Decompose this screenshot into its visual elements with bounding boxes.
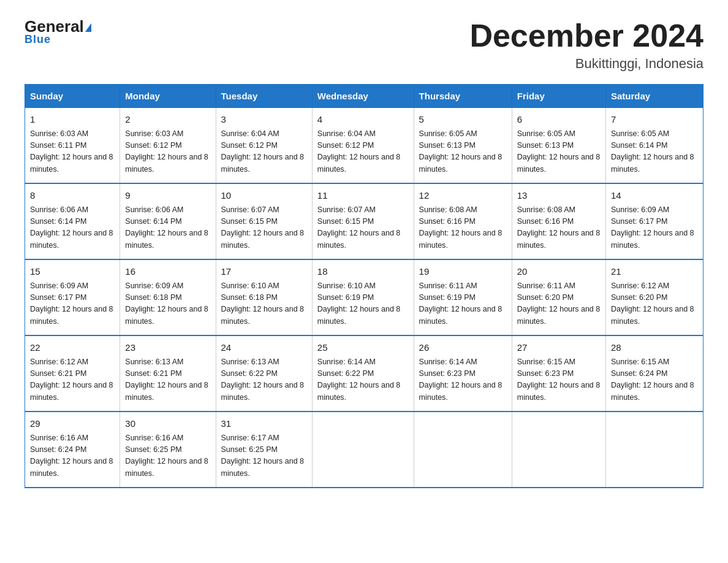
calendar-cell (512, 412, 605, 488)
day-info: Sunrise: 6:12 AMSunset: 6:20 PMDaylight:… (611, 282, 694, 326)
calendar-cell: 8Sunrise: 6:06 AMSunset: 6:14 PMDaylight… (25, 183, 120, 259)
calendar-cell: 6Sunrise: 6:05 AMSunset: 6:13 PMDaylight… (512, 108, 605, 184)
logo-triangle-icon (85, 23, 91, 32)
day-info: Sunrise: 6:05 AMSunset: 6:13 PMDaylight:… (517, 129, 601, 174)
month-title: December 2024 (469, 18, 703, 53)
calendar-cell: 5Sunrise: 6:05 AMSunset: 6:13 PMDaylight… (414, 108, 512, 184)
day-info: Sunrise: 6:16 AMSunset: 6:25 PMDaylight:… (125, 434, 208, 478)
calendar-cell: 27Sunrise: 6:15 AMSunset: 6:23 PMDayligh… (512, 335, 605, 412)
calendar-cell: 3Sunrise: 6:04 AMSunset: 6:12 PMDaylight… (216, 108, 312, 184)
day-number: 22 (30, 341, 115, 355)
day-number: 29 (30, 417, 115, 431)
day-info: Sunrise: 6:03 AMSunset: 6:12 PMDaylight:… (125, 129, 208, 174)
calendar-cell: 21Sunrise: 6:12 AMSunset: 6:20 PMDayligh… (606, 259, 703, 335)
day-number: 1 (30, 113, 115, 127)
calendar-cell: 26Sunrise: 6:14 AMSunset: 6:23 PMDayligh… (414, 335, 512, 412)
calendar-cell: 4Sunrise: 6:04 AMSunset: 6:12 PMDaylight… (312, 108, 414, 184)
calendar-cell: 9Sunrise: 6:06 AMSunset: 6:14 PMDaylight… (120, 183, 216, 259)
day-number: 3 (221, 113, 307, 127)
day-number: 24 (221, 341, 307, 355)
day-number: 5 (419, 113, 507, 127)
calendar-cell: 25Sunrise: 6:14 AMSunset: 6:22 PMDayligh… (312, 335, 414, 412)
header-monday: Monday (120, 85, 216, 108)
day-info: Sunrise: 6:10 AMSunset: 6:19 PMDaylight:… (317, 282, 401, 326)
calendar-cell: 28Sunrise: 6:15 AMSunset: 6:24 PMDayligh… (606, 335, 703, 412)
day-info: Sunrise: 6:14 AMSunset: 6:23 PMDaylight:… (419, 358, 502, 402)
calendar-cell: 24Sunrise: 6:13 AMSunset: 6:22 PMDayligh… (216, 335, 312, 412)
calendar-cell: 22Sunrise: 6:12 AMSunset: 6:21 PMDayligh… (25, 335, 120, 412)
calendar-cell: 18Sunrise: 6:10 AMSunset: 6:19 PMDayligh… (312, 259, 414, 335)
logo-sub: Blue (25, 33, 51, 46)
day-number: 19 (419, 265, 507, 279)
day-number: 14 (611, 189, 698, 203)
day-info: Sunrise: 6:04 AMSunset: 6:12 PMDaylight:… (317, 129, 401, 174)
calendar-cell: 15Sunrise: 6:09 AMSunset: 6:17 PMDayligh… (25, 259, 120, 335)
day-info: Sunrise: 6:05 AMSunset: 6:13 PMDaylight:… (419, 129, 502, 174)
day-number: 16 (125, 265, 210, 279)
day-info: Sunrise: 6:04 AMSunset: 6:12 PMDaylight:… (221, 129, 305, 174)
day-info: Sunrise: 6:09 AMSunset: 6:18 PMDaylight:… (125, 282, 208, 326)
day-number: 27 (517, 341, 601, 355)
header-tuesday: Tuesday (216, 85, 312, 108)
header-saturday: Saturday (606, 85, 703, 108)
day-info: Sunrise: 6:09 AMSunset: 6:17 PMDaylight:… (30, 282, 113, 326)
calendar-cell: 20Sunrise: 6:11 AMSunset: 6:20 PMDayligh… (512, 259, 605, 335)
calendar-row-4: 29Sunrise: 6:16 AMSunset: 6:24 PMDayligh… (25, 412, 703, 488)
day-number: 30 (125, 417, 210, 431)
day-info: Sunrise: 6:14 AMSunset: 6:22 PMDaylight:… (317, 358, 401, 402)
calendar-cell: 1Sunrise: 6:03 AMSunset: 6:11 PMDaylight… (25, 108, 120, 184)
title-block: December 2024 Bukittinggi, Indonesia (469, 18, 703, 72)
calendar-row-0: 1Sunrise: 6:03 AMSunset: 6:11 PMDaylight… (25, 108, 703, 184)
day-number: 7 (611, 113, 698, 127)
header-sunday: Sunday (25, 85, 120, 108)
day-info: Sunrise: 6:08 AMSunset: 6:16 PMDaylight:… (419, 205, 502, 250)
day-number: 12 (419, 189, 507, 203)
calendar-row-3: 22Sunrise: 6:12 AMSunset: 6:21 PMDayligh… (25, 335, 703, 412)
calendar-cell: 2Sunrise: 6:03 AMSunset: 6:12 PMDaylight… (120, 108, 216, 184)
calendar-table: SundayMondayTuesdayWednesdayThursdayFrid… (25, 84, 703, 488)
day-number: 10 (221, 189, 307, 203)
day-number: 21 (611, 265, 698, 279)
day-info: Sunrise: 6:07 AMSunset: 6:15 PMDaylight:… (221, 205, 305, 250)
day-number: 18 (317, 265, 409, 279)
calendar-cell (606, 412, 703, 488)
day-number: 26 (419, 341, 507, 355)
day-info: Sunrise: 6:13 AMSunset: 6:21 PMDaylight:… (125, 358, 208, 402)
day-info: Sunrise: 6:05 AMSunset: 6:14 PMDaylight:… (611, 129, 694, 174)
calendar-cell: 11Sunrise: 6:07 AMSunset: 6:15 PMDayligh… (312, 183, 414, 259)
day-info: Sunrise: 6:17 AMSunset: 6:25 PMDaylight:… (221, 434, 305, 478)
calendar-cell: 10Sunrise: 6:07 AMSunset: 6:15 PMDayligh… (216, 183, 312, 259)
calendar-cell: 14Sunrise: 6:09 AMSunset: 6:17 PMDayligh… (606, 183, 703, 259)
day-number: 17 (221, 265, 307, 279)
day-number: 15 (30, 265, 115, 279)
location: Bukittinggi, Indonesia (469, 56, 703, 72)
day-number: 11 (317, 189, 409, 203)
day-number: 13 (517, 189, 601, 203)
day-info: Sunrise: 6:07 AMSunset: 6:15 PMDaylight:… (317, 205, 401, 250)
calendar-cell: 30Sunrise: 6:16 AMSunset: 6:25 PMDayligh… (120, 412, 216, 488)
page-header: General Blue December 2024 Bukittinggi, … (25, 18, 703, 72)
calendar-row-1: 8Sunrise: 6:06 AMSunset: 6:14 PMDaylight… (25, 183, 703, 259)
day-number: 25 (317, 341, 409, 355)
day-info: Sunrise: 6:13 AMSunset: 6:22 PMDaylight:… (221, 358, 305, 402)
day-info: Sunrise: 6:08 AMSunset: 6:16 PMDaylight:… (517, 205, 601, 250)
day-info: Sunrise: 6:11 AMSunset: 6:19 PMDaylight:… (419, 282, 502, 326)
day-info: Sunrise: 6:06 AMSunset: 6:14 PMDaylight:… (125, 205, 208, 250)
day-number: 31 (221, 417, 307, 431)
day-number: 6 (517, 113, 601, 127)
day-info: Sunrise: 6:03 AMSunset: 6:11 PMDaylight:… (30, 129, 113, 174)
calendar-cell: 16Sunrise: 6:09 AMSunset: 6:18 PMDayligh… (120, 259, 216, 335)
calendar-cell: 19Sunrise: 6:11 AMSunset: 6:19 PMDayligh… (414, 259, 512, 335)
day-info: Sunrise: 6:15 AMSunset: 6:23 PMDaylight:… (517, 358, 601, 402)
calendar-cell: 31Sunrise: 6:17 AMSunset: 6:25 PMDayligh… (216, 412, 312, 488)
logo-main: General (25, 18, 91, 34)
calendar-cell: 12Sunrise: 6:08 AMSunset: 6:16 PMDayligh… (414, 183, 512, 259)
header-thursday: Thursday (414, 85, 512, 108)
day-info: Sunrise: 6:11 AMSunset: 6:20 PMDaylight:… (517, 282, 601, 326)
header-friday: Friday (512, 85, 605, 108)
calendar-cell (414, 412, 512, 488)
day-info: Sunrise: 6:10 AMSunset: 6:18 PMDaylight:… (221, 282, 305, 326)
calendar-cell: 7Sunrise: 6:05 AMSunset: 6:14 PMDaylight… (606, 108, 703, 184)
calendar-cell: 17Sunrise: 6:10 AMSunset: 6:18 PMDayligh… (216, 259, 312, 335)
day-info: Sunrise: 6:09 AMSunset: 6:17 PMDaylight:… (611, 205, 694, 250)
